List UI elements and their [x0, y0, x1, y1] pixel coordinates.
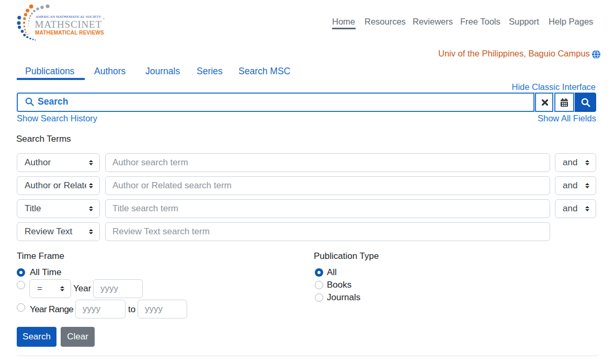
svg-text:MATHSCINET: MATHSCINET [35, 19, 102, 30]
svg-text:MATHEMATICAL REVIEWS: MATHEMATICAL REVIEWS [35, 30, 104, 36]
svg-text:®: ® [102, 17, 105, 20]
